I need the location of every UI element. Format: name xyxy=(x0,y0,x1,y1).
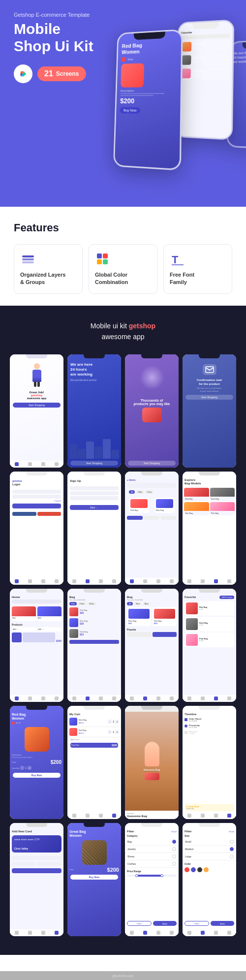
screen-detail: Red BagWomen ★ 4.5 Description Premium q… xyxy=(10,706,63,819)
screen-add-card: Add New Card ●●●● ●●●● ●●●● 1234 Chris V… xyxy=(10,823,63,936)
features-title: Features xyxy=(14,221,232,234)
screen-products-filter: ● Items All Filter Price Red Bag xyxy=(125,472,179,585)
showcase-title: Mobile ui kit getshopawesome app xyxy=(10,320,236,343)
feature-card-layers: Organized Layers& Groups xyxy=(14,244,83,294)
screen-onboard1: Great Job!getshopawesome app Start Shopp… xyxy=(10,354,63,468)
feature-label-layers: Organized Layers& Groups xyxy=(20,271,76,286)
screens-badge: 21 Screens xyxy=(37,66,86,81)
svg-rect-5 xyxy=(22,255,34,257)
screen-onboard4: Confirmation mailfor the product We have… xyxy=(183,354,236,468)
screen-woman: Awesome Bag Product Awesome Bag xyxy=(125,706,179,819)
screen-signup: Sign Up Next → xyxy=(67,472,121,585)
screen-favorite: Favorite 183 Product Red Bag★ 4.5 Dark B… xyxy=(183,589,236,702)
screen-login: getshop Login Forgot? xyxy=(10,472,63,585)
screen-timeline: Timeline Order Placed Jan 20 2024 xyxy=(183,706,236,819)
svg-rect-4 xyxy=(22,258,34,260)
showcase-brand: getshop xyxy=(129,322,155,330)
onboarding-row: Great Job!getshopawesome app Start Shopp… xyxy=(10,354,236,468)
screen-detail2: Great BagWomen Price $200 Buy Now xyxy=(67,823,121,936)
screen-filter2: Filter Reset Size Small Medium Large Col… xyxy=(183,823,236,936)
phone-mockup-main: Red BagWomen Red Description $200 Buy No… xyxy=(113,29,183,171)
svg-rect-12 xyxy=(206,367,214,373)
figma-badge: F xyxy=(14,64,32,83)
layers-icon xyxy=(20,252,36,267)
screen-home: Home $20 $30 Products xyxy=(10,589,63,702)
svg-rect-3 xyxy=(22,261,34,263)
features-section: Features Organized Layers& Groups xyxy=(0,207,246,306)
showcase-section: Mobile ui kit getshopawesome app Great J… xyxy=(0,306,246,955)
screens-label: Screens xyxy=(56,70,79,77)
payment-row: Add New Card ●●●● ●●●● ●●●● 1234 Chris V… xyxy=(10,823,236,936)
screen-cart: My Cart Blue Bag$80.0 - 2 + Red Bag$60.0 xyxy=(67,706,121,819)
screen-explore: ExploreBag Models Red Bag Dark Bag xyxy=(183,472,236,585)
svg-rect-6 xyxy=(97,253,102,258)
svg-rect-9 xyxy=(103,259,108,264)
feature-label-font: Free FontFamily xyxy=(170,271,226,286)
shop-row: Home $20 $30 Products xyxy=(10,589,236,702)
hero-phones: We are he24 hoursare work Favorite Red B… xyxy=(89,0,246,207)
screen-bag1: Bag You can check the Red Filter Other R… xyxy=(67,589,121,702)
detail-row: Red BagWomen ★ 4.5 Description Premium q… xyxy=(10,706,236,819)
svg-rect-7 xyxy=(103,253,108,258)
feature-label-color: Global ColorCombination xyxy=(95,271,151,286)
svg-text:T: T xyxy=(172,253,179,266)
phone-mockup-right: Favorite Red Bag★4.5 Dark Bag★4.2 Pink B… xyxy=(175,19,234,140)
screen-onboard3: Thousands ofproducts you may like Start … xyxy=(125,354,179,468)
screen-bag2: Bag You can check the All Red Blue Blue … xyxy=(125,589,179,702)
auth-row: getshop Login Forgot? xyxy=(10,472,236,585)
feature-card-font: T Free FontFamily xyxy=(163,244,232,294)
color-icon xyxy=(95,252,111,267)
feature-card-color: Global ColorCombination xyxy=(89,244,157,294)
hero-section: Getshop E-commerce Template MobileShop U… xyxy=(0,0,246,207)
font-icon: T xyxy=(170,252,185,267)
screen-onboard2: We are here24 hoursare working We provid… xyxy=(67,354,121,468)
svg-point-1 xyxy=(23,72,26,75)
screen-filter1: Filter Reset Category Bag Jewelry Shoes … xyxy=(125,823,179,936)
features-grid: Organized Layers& Groups Global ColorCom… xyxy=(14,244,232,294)
svg-rect-8 xyxy=(97,259,102,264)
screens-count: 21 xyxy=(44,69,53,78)
svg-text:F: F xyxy=(20,72,23,77)
